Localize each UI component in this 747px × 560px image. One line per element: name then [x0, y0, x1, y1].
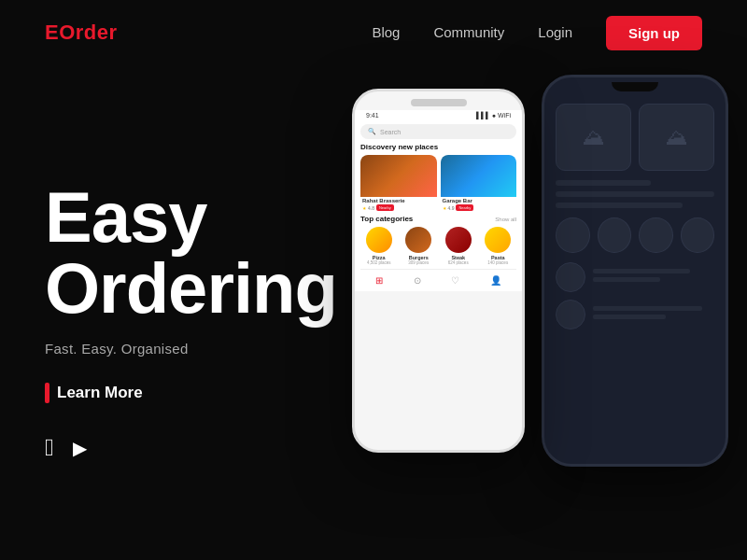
categories-section: Top categories Show all Pizza 4,502 plac… — [360, 215, 516, 265]
store-icons:  ▶ — [45, 433, 362, 462]
nav-blog[interactable]: Blog — [372, 24, 400, 40]
nav-community[interactable]: Community — [433, 24, 504, 40]
category-pizza[interactable]: Pizza 4,502 places — [360, 227, 398, 265]
phone-screen: 9:41 ▌▌▌ ● WiFi 🔍 Search Discovery new p… — [355, 110, 522, 291]
card-label-2: Garage Bar — [441, 197, 517, 204]
discover-grid: Rahat Brasserie ★ 4.8 Nearby Garage Bar … — [360, 155, 516, 211]
phone-front: 9:41 ▌▌▌ ● WiFi 🔍 Search Discovery new p… — [352, 89, 525, 453]
pasta-icon — [485, 227, 511, 253]
card-rating-2: ★ 4.9 Nearby — [441, 204, 517, 211]
category-burgers[interactable]: Burgers 309 places — [401, 227, 438, 265]
bottom-home-icon[interactable]: ⊞ — [375, 275, 383, 286]
logo-prefix: E — [45, 21, 59, 44]
hero-text: Easy Ordering Fast. Easy. Organised Lear… — [45, 182, 362, 462]
search-text: Search — [380, 129, 401, 135]
wireframe-circle-4 — [681, 217, 715, 253]
wireframe-circle-3 — [639, 217, 673, 253]
card-label-1: Rahat Brasserie — [360, 197, 437, 204]
discover-title: Discovery new places — [360, 143, 516, 151]
steak-icon — [445, 227, 472, 253]
wireframe-row-circle-2 — [556, 300, 585, 329]
burgers-count: 309 places — [401, 260, 438, 265]
nav-login[interactable]: Login — [538, 24, 572, 40]
burgers-icon — [405, 227, 431, 253]
logo-name: Order — [59, 21, 117, 44]
categories-title: Top categories — [360, 215, 413, 223]
bottom-favorites-icon[interactable]: ♡ — [451, 275, 459, 286]
mountain-icon-1: ⛰ — [583, 124, 605, 150]
wireframe-rows — [556, 262, 714, 329]
discover-card-1[interactable]: Rahat Brasserie ★ 4.8 Nearby — [360, 155, 437, 211]
wireframe-row-line-b — [593, 277, 660, 282]
wireframe-row-line-c — [593, 306, 702, 311]
rating-text-2: 4.9 — [448, 205, 455, 211]
category-grid: Pizza 4,502 places Burgers 309 places St… — [360, 227, 516, 265]
wireframe-line-1 — [556, 180, 651, 186]
star-icon-2: ★ — [443, 205, 446, 211]
pizza-icon — [366, 227, 392, 253]
badge-2: Nearby — [456, 204, 473, 211]
hero-subtitle: Fast. Easy. Organised — [45, 341, 362, 357]
wireframe-image-2: ⛰ — [639, 104, 714, 171]
wireframe-circle-2 — [598, 217, 632, 253]
show-all[interactable]: Show all — [495, 217, 516, 222]
hero-title: Easy Ordering — [45, 182, 362, 324]
phone-search-bar[interactable]: 🔍 Search — [360, 124, 516, 139]
food-image — [360, 155, 437, 197]
navbar: EOrder Blog Community Login Sign up — [0, 0, 747, 65]
wireframe-row-line-d — [593, 315, 666, 319]
rating-text-1: 4.8 — [368, 205, 374, 211]
signup-button[interactable]: Sign up — [606, 16, 702, 50]
wireframe-row-lines-2 — [593, 306, 714, 323]
category-steak[interactable]: Steak 624 places — [440, 227, 477, 265]
phone-notch — [411, 99, 467, 106]
star-icon: ★ — [362, 205, 366, 211]
wireframe-circle-1 — [556, 217, 590, 253]
phone-time: 9:41 — [366, 112, 379, 119]
wireframe-row-line-a — [593, 269, 690, 273]
phone-status-bar: 9:41 ▌▌▌ ● WiFi — [360, 110, 516, 120]
phone-back-notch-area — [544, 77, 726, 96]
wireframe-line-2 — [556, 191, 714, 197]
mountain-icon-2: ⛰ — [666, 124, 688, 150]
wireframe-images: ⛰ ⛰ — [556, 104, 714, 171]
phone-bottom-bar: ⊞ ⊙ ♡ 👤 — [360, 269, 516, 291]
wireframe-row-circle-1 — [556, 262, 585, 292]
wireframe-row-2 — [556, 300, 714, 329]
drinks-image — [441, 155, 517, 197]
search-icon: 🔍 — [368, 128, 376, 135]
nav-links: Blog Community Login Sign up — [372, 16, 702, 50]
steak-count: 624 places — [440, 260, 477, 265]
card-rating-1: ★ 4.8 Nearby — [360, 204, 437, 211]
play-store-icon[interactable]: ▶ — [73, 437, 87, 459]
pasta-count: 140 places — [480, 260, 517, 265]
pizza-count: 4,502 places — [360, 260, 398, 265]
wireframe-row-1 — [556, 262, 714, 292]
wireframe-content: ⛰ ⛰ — [544, 96, 726, 344]
discover-card-2[interactable]: Garage Bar ★ 4.9 Nearby — [441, 155, 517, 211]
category-pasta[interactable]: Pasta 140 places — [480, 227, 517, 265]
learn-more-bar — [45, 383, 49, 403]
bottom-profile-icon[interactable]: 👤 — [490, 275, 501, 286]
apple-store-icon[interactable]:  — [45, 433, 54, 462]
hero-section: Easy Ordering Fast. Easy. Organised Lear… — [0, 65, 747, 560]
logo[interactable]: EOrder — [45, 21, 118, 45]
phones-container: 9:41 ▌▌▌ ● WiFi 🔍 Search Discovery new p… — [352, 75, 728, 467]
phone-back: ⛰ ⛰ — [542, 75, 728, 467]
categories-header: Top categories Show all — [360, 215, 516, 223]
wireframe-image-1: ⛰ — [556, 104, 631, 171]
phone-back-notch — [612, 82, 658, 91]
bottom-explore-icon[interactable]: ⊙ — [414, 275, 421, 286]
wireframe-line-3 — [556, 203, 683, 208]
wireframe-circles — [556, 217, 714, 253]
learn-more-link[interactable]: Learn More — [45, 383, 362, 403]
badge-1: Nearby — [376, 204, 394, 211]
wireframe-row-lines-1 — [593, 269, 714, 286]
phone-signal: ▌▌▌ ● WiFi — [476, 112, 511, 119]
